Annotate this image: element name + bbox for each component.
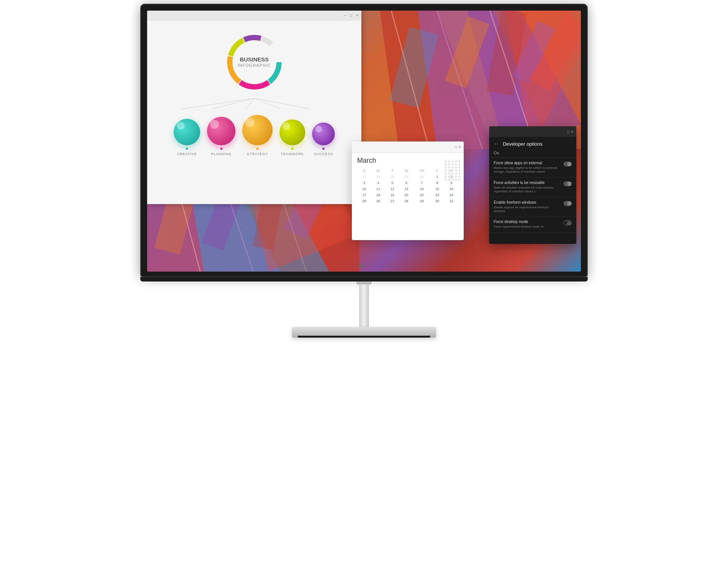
monitor-screen: − □ × [147,11,581,272]
dev-option-3-desc: Enable support for experimental freeform… [494,206,561,214]
maximize-button[interactable]: □ [350,13,352,17]
calendar-day[interactable]: 30 [430,198,444,204]
calendar-day[interactable]: 10 [357,186,371,192]
calendar-day[interactable]: 17 [357,192,371,198]
col-header-th: TH [413,168,430,174]
back-icon[interactable]: ← [494,141,500,147]
col-header-m: M [371,168,385,174]
calendar-day[interactable]: 31 [413,174,430,180]
calendar-maximize-button[interactable]: □ [455,145,457,149]
col-header-t1: T [385,168,399,174]
bubble-label-planning: PLANNING [211,152,231,156]
dev-status: On [489,149,576,158]
calendar-day[interactable]: 18 [371,192,385,198]
calendar-close-button[interactable]: × [458,145,461,149]
window-controls: − □ × [342,13,358,17]
calendar-grid: S M T W TH F S 27 [357,168,458,204]
dev-toggle-1[interactable] [563,162,572,167]
calendar-day[interactable]: 25 [357,198,371,204]
window-titlebar: − □ × [147,11,361,20]
calendar-day[interactable]: 27 [357,174,371,180]
calendar-day[interactable]: 29 [385,174,399,180]
col-header-s1: S [357,168,371,174]
calendar-row: 27 28 29 30 31 1 2 [357,174,458,180]
calendar-day[interactable]: 5 [385,180,399,186]
dev-toggle-4[interactable] [563,220,572,225]
calendar-row: 17 18 19 20 22 23 24 [357,192,458,198]
calendar-day[interactable]: 6 [399,180,413,186]
business-ring-chart: BUSINESS INFOGRAPHIC [224,32,285,93]
calendar-day[interactable]: 22 [413,192,430,198]
bubbles-row: CREATIVE PLANNING [174,115,335,156]
dev-options-titlebar: □ × [489,126,576,137]
calendar-day[interactable]: 27 [385,198,399,204]
monitor-wrapper: − □ × [129,4,599,565]
calendar-day[interactable]: 8 [430,180,444,186]
calendar-day[interactable]: 24 [444,192,458,198]
hp-logo: hp [359,261,369,269]
col-header-w: W [399,168,413,174]
dev-option-3-title: Enable freeform windows [494,200,561,205]
bubble-dot-success [322,148,325,150]
bubble-strategy: STRATEGY [242,115,273,156]
calendar-month: March [357,157,458,165]
bubble-label-teamwork: TEAMWORK [281,152,304,156]
calendar-day[interactable]: 28 [399,198,413,204]
business-title: BUSINESS INFOGRAPHIC [238,56,271,68]
dev-toggle-2[interactable] [563,181,572,186]
bubble-teamwork: TEAMWORK [279,119,305,156]
calendar-day[interactable]: 9 [444,180,458,186]
bubble-label-success: SUCCESS [314,152,333,156]
col-header-f: F [430,168,444,174]
calendar-day[interactable]: 29 [413,198,430,204]
calendar-day[interactable]: 14 [413,186,430,192]
monitor-stand [140,277,588,338]
bubble-planning: PLANNING [207,117,235,156]
calendar-day[interactable]: 31 [444,198,458,204]
dev-maximize-button[interactable]: □ [567,130,570,134]
dev-option-4: Force desktop mode Force experimental de… [489,217,576,232]
dev-option-4-title: Force desktop mode [494,220,561,224]
calendar-day[interactable]: 15 [430,186,444,192]
dev-option-2-title: Force activities to be resizable [494,181,561,185]
dev-option-2-desc: Make all activities resizable for multi-… [494,186,561,194]
infographic-window: − □ × [147,11,361,204]
calendar-row: 3 4 5 6 7 8 9 [357,180,458,186]
calendar-day[interactable]: 11 [371,186,385,192]
bubble-label-strategy: STRATEGY [247,152,268,156]
dev-option-3: Enable freeform windows Enable support f… [489,197,576,217]
bubble-dot-strategy [256,148,259,150]
dev-option-1-desc: Makes any app eligible to be written to … [494,166,561,174]
calendar-day[interactable]: 30 [399,174,413,180]
bubble-label-creative: CREATIVE [177,152,197,156]
calendar-day[interactable]: 3 [357,180,371,186]
monitor-neck [359,281,369,327]
dev-close-button[interactable]: × [571,130,573,134]
calendar-day[interactable]: 12 [385,186,399,192]
close-button[interactable]: × [356,13,358,17]
bubble-success: SUCCESS [312,123,335,156]
calendar-day[interactable]: 7 [413,180,430,186]
svg-line-34 [254,98,311,109]
calendar-day[interactable]: 1 [430,174,444,180]
calendar-day[interactable]: 28 [371,174,385,180]
dev-options-title: Developer options [503,141,543,147]
calendar-day[interactable]: 19 [385,192,399,198]
calendar-day[interactable]: 23 [430,192,444,198]
dev-toggle-3[interactable] [563,201,572,206]
calendar-day[interactable]: 4 [371,180,385,186]
dev-option-1: Force allow apps on external Makes any a… [489,158,576,178]
calendar-day[interactable]: 20 [399,192,413,198]
infographic-content: BUSINESS INFOGRAPHIC [147,20,361,204]
calendar-day[interactable]: 26 [371,198,385,204]
dev-header: ← Developer options [489,137,576,149]
calendar-day[interactable]: 13 [399,186,413,192]
minimize-button[interactable]: − [344,13,346,17]
dot-pattern [445,160,461,181]
bubble-creative: CREATIVE [174,119,200,156]
monitor-base [292,327,436,338]
calendar-day[interactable]: 16 [444,186,458,192]
dev-option-4-desc: Force experimental desktop mode on [494,225,561,229]
monitor-bezel: − □ × [140,4,588,277]
developer-options-window: □ × ← Developer options On Force allow a… [489,126,576,244]
